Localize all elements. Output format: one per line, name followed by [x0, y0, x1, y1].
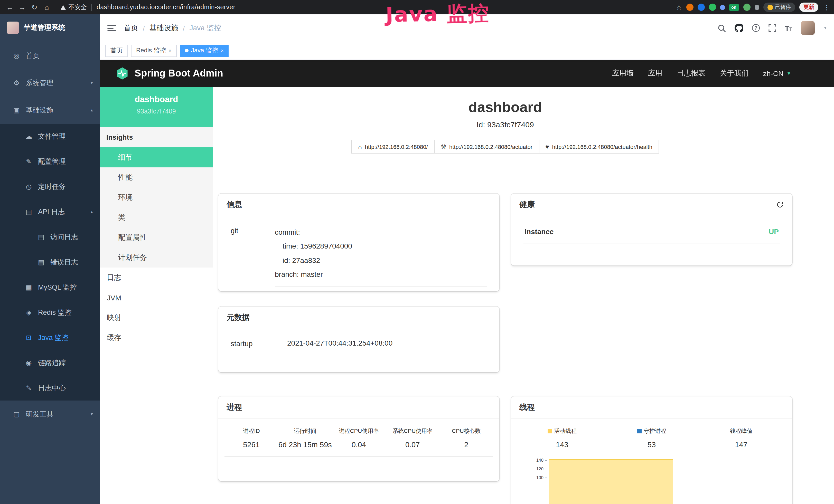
- sidebar-item-java-monitor[interactable]: ⊡ Java 监控: [0, 325, 100, 350]
- actuator-url-link[interactable]: ⚒ http://192.168.0.2:48080/actuator: [434, 140, 540, 154]
- sba-brand[interactable]: Spring Boot Admin: [115, 67, 223, 80]
- legend-swatch: [547, 429, 552, 433]
- fullscreen-icon[interactable]: [768, 24, 776, 32]
- sidebar-item-access-logs[interactable]: ▤ 访问日志: [0, 224, 100, 250]
- threads-chart: 140 120 100: [517, 458, 786, 504]
- nav-applications[interactable]: 应用: [648, 69, 662, 78]
- github-icon[interactable]: [734, 24, 743, 32]
- menu-label: API 日志: [38, 207, 65, 216]
- sidebar-item-dev-tools[interactable]: ▢ 研发工具 ▼: [0, 400, 100, 428]
- water-drop-extension-icon[interactable]: [697, 4, 705, 11]
- chevron-down-icon[interactable]: ▼: [824, 26, 827, 30]
- instance-name: dashboard: [100, 94, 213, 104]
- breadcrumb: 首页 / 基础设施 / Java 监控: [124, 23, 221, 32]
- nav-journal[interactable]: 日志报表: [677, 69, 706, 78]
- paused-badge[interactable]: 已暂停: [763, 3, 795, 12]
- hamburger-menu-icon[interactable]: [107, 25, 116, 31]
- reload-icon[interactable]: ↻: [29, 2, 40, 12]
- legend-daemon-threads: 守护进程 53: [607, 427, 697, 449]
- sidebar-item-infrastructure[interactable]: ▣ 基础设施 ▲: [0, 96, 100, 124]
- metadata-value: 2021-04-27T00:44:31.254+08:00: [287, 338, 487, 356]
- sba-item-environment[interactable]: 环境: [100, 187, 213, 207]
- page-title: dashboard: [218, 87, 792, 116]
- sba-item-scheduled-tasks[interactable]: 计划任务: [100, 248, 213, 268]
- switch-on-extension-icon[interactable]: on: [729, 4, 739, 10]
- puzzle-extension-icon[interactable]: [754, 5, 759, 9]
- metric-header: CPU核心数: [439, 427, 493, 435]
- active-tab-dot: [185, 49, 189, 52]
- address-bar-url[interactable]: dashboard.yudao.iocoder.cn/infra/admin-s…: [96, 4, 236, 11]
- update-browser-button[interactable]: 更新: [799, 3, 818, 12]
- close-tab-icon[interactable]: ×: [169, 48, 172, 53]
- legend-active-threads: 活动线程 143: [517, 427, 607, 449]
- sidebar-item-api-logs[interactable]: ▤ API 日志 ▲: [0, 199, 100, 224]
- log-icon: ▤: [37, 233, 45, 241]
- sidebar-item-file-management[interactable]: ☁ 文件管理: [0, 124, 100, 149]
- sidebar-item-config-management[interactable]: ✎ 配置管理: [0, 149, 100, 174]
- emoji-face-icon: [767, 4, 773, 10]
- tab-home[interactable]: 首页: [105, 44, 128, 57]
- user-avatar[interactable]: [801, 21, 815, 35]
- site-security-indicator[interactable]: 不安全: [61, 3, 87, 12]
- page-instance-id: Id: 93a3fc7f7409: [218, 120, 792, 129]
- sidebar-item-mysql-monitor[interactable]: ▦ MySQL 监控: [0, 275, 100, 300]
- link-url: http://192.168.0.2:48080/actuator/health: [552, 143, 652, 150]
- grid-extension-icon[interactable]: [720, 5, 725, 9]
- health-url-link[interactable]: ♥ http://192.168.0.2:48080/actuator/heal…: [539, 140, 659, 154]
- nav-wallboard[interactable]: 应用墙: [612, 69, 634, 78]
- bookmark-star-icon[interactable]: ☆: [676, 3, 682, 11]
- app-logo[interactable]: 芋道管理系统: [0, 18, 100, 38]
- close-tab-icon[interactable]: ×: [221, 48, 224, 53]
- sba-item-mappings[interactable]: 映射: [100, 307, 213, 328]
- locale-selector[interactable]: zh-CN ▼: [763, 69, 791, 77]
- tab-label: 首页: [110, 46, 123, 55]
- home-icon[interactable]: ⌂: [41, 2, 52, 12]
- process-metrics-row: 进程ID 5261 运行时间 6d 23h 15m 59s 进程CPU使用率 0…: [224, 427, 493, 457]
- fox-extension-icon[interactable]: [686, 4, 693, 11]
- help-icon[interactable]: ?: [752, 24, 760, 32]
- history-icon[interactable]: [776, 201, 784, 208]
- menu-label: Redis 监控: [38, 308, 72, 317]
- instance-links: ⌂ http://192.168.0.2:48080/ ⚒ http://192…: [218, 140, 792, 154]
- sba-nav-links: 应用墙 应用 日志报表 关于我们 zh-CN ▼: [612, 69, 791, 78]
- font-size-icon[interactable]: TT: [785, 24, 792, 32]
- sba-item-metrics[interactable]: 性能: [100, 167, 213, 187]
- info-card-title: 信息: [218, 193, 499, 216]
- sba-item-logs[interactable]: 日志: [100, 268, 213, 288]
- sidebar-item-home[interactable]: ◎ 首页: [0, 42, 100, 69]
- search-icon[interactable]: [718, 24, 726, 32]
- menu-label: 定时任务: [38, 182, 66, 191]
- back-icon[interactable]: ←: [4, 2, 16, 12]
- sidebar-item-scheduled-jobs[interactable]: ◷ 定时任务: [0, 174, 100, 199]
- breadcrumb-home[interactable]: 首页: [124, 23, 138, 32]
- warning-icon: [61, 5, 66, 9]
- forward-icon[interactable]: →: [17, 2, 28, 12]
- instance-id: 93a3fc7f7409: [100, 108, 213, 115]
- sba-item-config-props[interactable]: 配置属性: [100, 228, 213, 248]
- breadcrumb-section[interactable]: 基础设施: [150, 23, 178, 32]
- leaf-extension-icon[interactable]: [743, 4, 750, 11]
- sidebar-item-error-logs[interactable]: ▤ 错误日志: [0, 250, 100, 275]
- process-card-title: 进程: [218, 396, 499, 419]
- chevron-up-icon: ▲: [90, 108, 93, 112]
- sidebar-item-redis-monitor[interactable]: ◈ Redis 监控: [0, 300, 100, 325]
- sidebar-item-tracing[interactable]: ◉ 链路追踪: [0, 350, 100, 375]
- sba-item-caches[interactable]: 缓存: [100, 328, 213, 348]
- heart-icon: ♥: [545, 143, 549, 150]
- evernote-extension-icon[interactable]: [709, 4, 716, 11]
- app-logo-image: [7, 22, 19, 34]
- sba-item-details[interactable]: 细节: [100, 147, 213, 167]
- sidebar-item-system[interactable]: ⚙ 系统管理 ▼: [0, 69, 100, 96]
- metric-header: 运行时间: [278, 427, 332, 435]
- process-metric: CPU核心数 2: [439, 427, 493, 449]
- chevron-down-icon: ▼: [787, 71, 791, 76]
- threads-card-title: 线程: [511, 396, 792, 419]
- sba-item-classes[interactable]: 类: [100, 207, 213, 228]
- sba-item-jvm[interactable]: JVM: [100, 288, 213, 307]
- browser-menu-icon[interactable]: ⋮: [824, 3, 830, 11]
- sidebar-item-log-center[interactable]: ✎ 日志中心: [0, 375, 100, 400]
- tab-java-monitor[interactable]: Java 监控 ×: [180, 44, 229, 57]
- service-url-link[interactable]: ⌂ http://192.168.0.2:48080/: [351, 140, 434, 154]
- tab-redis-monitor[interactable]: Redis 监控 ×: [131, 44, 177, 57]
- nav-about[interactable]: 关于我们: [720, 69, 749, 78]
